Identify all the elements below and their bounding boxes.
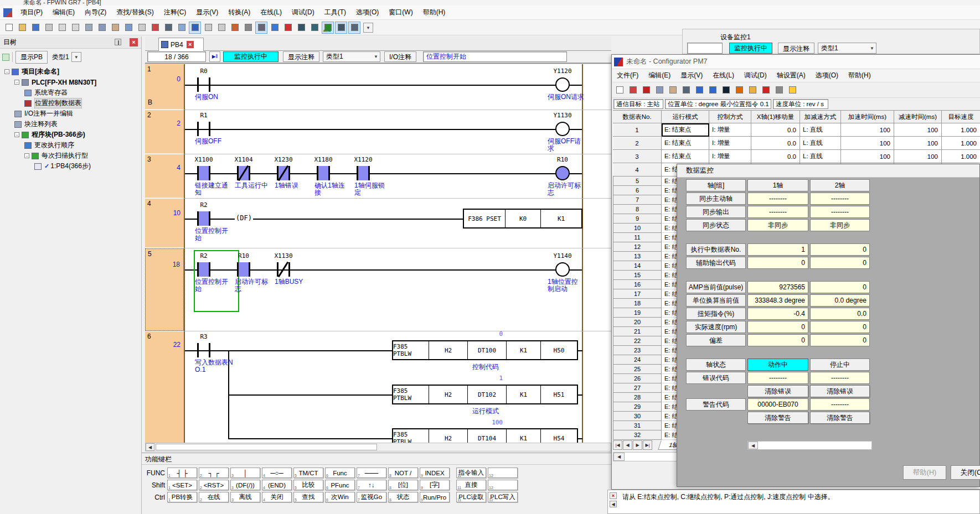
axis2-value[interactable]: 清除警告 bbox=[810, 412, 870, 424]
tree-item[interactable]: I/O注释一并编辑 bbox=[0, 108, 141, 119]
toolbar-icon[interactable] bbox=[786, 84, 798, 96]
function-key[interactable]: 8状态 bbox=[388, 492, 418, 502]
coil-on[interactable] bbox=[555, 166, 570, 180]
collapse-icon[interactable]: ◀ bbox=[610, 501, 617, 507]
toolbar-icon[interactable] bbox=[122, 22, 135, 34]
menu-item[interactable]: 调试(D) bbox=[739, 69, 772, 81]
menu-item[interactable]: 项目(P) bbox=[16, 6, 48, 18]
toolbar-icon[interactable] bbox=[69, 22, 81, 34]
axis1-value[interactable]: 9273565 bbox=[747, 281, 808, 293]
function-key[interactable]: 6次Win bbox=[325, 492, 355, 502]
io-comment-button[interactable]: I/O注释 bbox=[384, 51, 416, 62]
axis2-value[interactable]: 0.0 bbox=[810, 308, 870, 320]
axis1-value[interactable]: 非同步 bbox=[747, 219, 808, 231]
tree-item[interactable]: - 程序块(PB-366步) bbox=[0, 129, 141, 140]
rung-gutter[interactable]: 1 0 B bbox=[145, 64, 184, 110]
function-key[interactable]: 11PLC读取 bbox=[456, 492, 486, 502]
pm7-titlebar[interactable]: 未命名 - Configurator PM7 bbox=[612, 55, 980, 69]
expand-icon[interactable]: - bbox=[14, 80, 19, 85]
contact-nc[interactable] bbox=[277, 262, 290, 277]
toolbar-icon[interactable] bbox=[733, 84, 745, 96]
function-key[interactable]: 1<SET> bbox=[167, 480, 197, 490]
next-page-icon[interactable]: ▶ bbox=[633, 440, 642, 450]
function-key[interactable]: 9INDEX bbox=[420, 468, 450, 478]
menu-item[interactable]: 显示(V) bbox=[191, 6, 223, 18]
function-key[interactable]: 7─── bbox=[357, 468, 386, 478]
menu-item[interactable]: 转换(A) bbox=[223, 6, 255, 18]
menu-item[interactable]: 选项(O) bbox=[811, 69, 843, 81]
tab-close-icon[interactable]: × bbox=[187, 41, 194, 48]
axis2-value[interactable]: -------- bbox=[810, 206, 870, 218]
prev-page-icon[interactable]: ◀ bbox=[623, 440, 632, 450]
toolbar-icon[interactable]: RUN bbox=[322, 22, 334, 34]
axis2-value[interactable]: -------- bbox=[810, 193, 870, 205]
toolbar-icon[interactable] bbox=[308, 22, 321, 34]
contact-on[interactable] bbox=[197, 166, 210, 180]
contact[interactable] bbox=[197, 77, 210, 92]
io-comment-input[interactable]: 位置控制开始 bbox=[423, 51, 567, 62]
menu-item[interactable]: 编辑(E) bbox=[643, 69, 675, 81]
function-key[interactable]: 1PB转换 bbox=[167, 492, 197, 502]
toolbar-icon[interactable] bbox=[255, 22, 267, 34]
axis1-value[interactable]: -------- bbox=[747, 372, 808, 384]
axis1-value[interactable]: -0.4 bbox=[747, 308, 808, 320]
contact[interactable] bbox=[197, 343, 210, 357]
rung-gutter[interactable]: 3 4 bbox=[145, 154, 184, 198]
function-key[interactable]: 12 bbox=[488, 468, 518, 478]
toolbar-icon[interactable] bbox=[640, 84, 652, 96]
toolbar-icon[interactable] bbox=[162, 22, 174, 34]
axis2-value[interactable]: 清除错误 bbox=[810, 385, 870, 397]
axis1-value[interactable]: 清除错误 bbox=[747, 385, 808, 397]
function-key[interactable]: 8[位] bbox=[388, 480, 418, 490]
function-key[interactable]: 5TM/CT bbox=[293, 468, 323, 478]
close-icon[interactable]: × bbox=[130, 38, 138, 46]
menu-item[interactable]: 轴设置(A) bbox=[772, 69, 811, 81]
toolbar-icon[interactable] bbox=[760, 84, 772, 96]
toolbar-icon[interactable] bbox=[109, 22, 121, 34]
scroll-left-icon[interactable]: ◀ bbox=[613, 453, 625, 461]
function-key[interactable]: 8NOT / bbox=[388, 468, 418, 478]
function-key[interactable]: 4(END) bbox=[262, 480, 292, 490]
axis2-value[interactable]: 0 bbox=[810, 243, 870, 256]
axis1-value[interactable]: 清除警告 bbox=[747, 412, 808, 424]
toolbar-icon[interactable] bbox=[96, 22, 108, 34]
function-key[interactable]: 5查找 bbox=[293, 492, 323, 502]
axis2-value[interactable]: 0 bbox=[810, 281, 870, 293]
toolbar-icon[interactable] bbox=[56, 22, 68, 34]
function-key[interactable]: 3│ bbox=[230, 468, 260, 478]
function-key[interactable]: 6PFunc bbox=[325, 480, 355, 490]
expand-icon[interactable]: - bbox=[14, 132, 19, 137]
function-key[interactable]: 11直接 bbox=[456, 480, 486, 490]
dialog-titlebar[interactable]: 数据监控 bbox=[677, 164, 979, 178]
axis1-value[interactable]: 0 bbox=[747, 257, 808, 269]
menu-item[interactable]: 工具(T) bbox=[319, 6, 351, 18]
coil[interactable] bbox=[555, 77, 570, 92]
coil[interactable] bbox=[555, 262, 570, 277]
tree-item[interactable]: - 每次扫描执行型 bbox=[0, 150, 141, 161]
menu-item[interactable]: 帮助(H) bbox=[418, 6, 451, 18]
axis2-value[interactable]: 0.0 degree bbox=[810, 294, 870, 307]
axis2-value[interactable]: -------- bbox=[810, 372, 870, 384]
axis1-value[interactable]: -------- bbox=[747, 206, 808, 218]
table-row[interactable]: 3 E: 结束点 I: 增量 0.0 L: 直线 100 100 1.000 bbox=[612, 150, 980, 163]
function-key[interactable]: 5比较 bbox=[293, 480, 323, 490]
help-button[interactable]: 帮助(H) bbox=[903, 465, 946, 480]
contact[interactable] bbox=[197, 122, 210, 136]
contact-on[interactable] bbox=[197, 211, 210, 226]
coil[interactable] bbox=[555, 122, 570, 136]
function-key[interactable]: 4─○─ bbox=[262, 468, 292, 478]
toolbar-icon[interactable] bbox=[335, 22, 347, 34]
function-key[interactable]: 1┤ ├ bbox=[167, 468, 197, 478]
function-key[interactable]: 7监视Go bbox=[357, 492, 386, 502]
show-pb-button[interactable]: 显示PB bbox=[16, 51, 48, 64]
menu-item[interactable]: 在线(L) bbox=[255, 6, 287, 18]
filter-icon[interactable] bbox=[2, 54, 9, 61]
toolbar-icon[interactable] bbox=[720, 84, 732, 96]
axis1-value[interactable]: 0 bbox=[747, 334, 808, 346]
chevron-down-icon[interactable]: ▼ bbox=[71, 52, 81, 62]
contact-nc-on[interactable] bbox=[237, 166, 250, 180]
contact-on[interactable] bbox=[237, 262, 250, 277]
toolbar-icon[interactable] bbox=[680, 84, 692, 96]
ladder-canvas[interactable]: 1 0 B 2 2 3 4 4 10 5 18 6 22 R0 伺服ON Y bbox=[145, 63, 611, 443]
function-key[interactable]: 2┐ ┌ bbox=[199, 468, 229, 478]
